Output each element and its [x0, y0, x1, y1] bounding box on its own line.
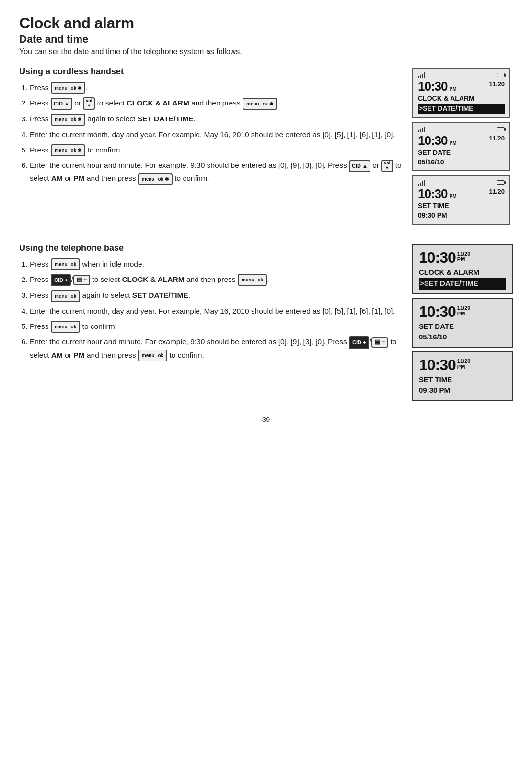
vol-button-2[interactable]: vol▼ [381, 160, 393, 172]
menu-ok-base-3[interactable]: menuok [51, 290, 80, 302]
menu-ok-button-3[interactable]: menuok ✱ [51, 114, 85, 126]
cid-plus-button[interactable]: CID + [51, 274, 71, 287]
screen3-line1: SET TIME [418, 201, 505, 211]
menu-ok-base-4[interactable]: menuok [51, 321, 80, 333]
battery-icon-2 [497, 127, 505, 131]
step-1-5: Press menuok ✱ to confirm. [30, 144, 403, 156]
screen1-date: 11/20 [489, 81, 505, 88]
screen2-ampm: PM [450, 140, 457, 146]
base-screen2-super: 11/20 PM [457, 305, 471, 316]
lcd-screen-3: 10:30 PM 11/20 SET TIME 09:30 PM [412, 175, 510, 224]
section1-screens: 10:30 PM 11/20 CLOCK & ALARM >SET DATE/T… [412, 68, 513, 225]
date-time-heading: Date and time [19, 33, 513, 46]
signal-icon-1 [418, 72, 425, 78]
menu-ok-base-1[interactable]: menuok [51, 258, 80, 270]
menu-ok-button-4[interactable]: menuok ✱ [51, 144, 85, 156]
base-screen1-super: 11/20 PM [457, 251, 471, 262]
base-screen3-time: 10:30 [419, 356, 456, 374]
battery-icon-3 [497, 180, 505, 185]
step-2-2: Press CID +/▤ − to select CLOCK & ALARM … [30, 273, 403, 286]
step-1-4: Enter the current month, day and year. F… [30, 128, 403, 141]
cid-button-2[interactable]: CID ▲ [349, 160, 370, 172]
signal-icon-3 [418, 179, 425, 186]
base-screen1-time: 10:30 [419, 249, 456, 267]
base-screen-1: 10:30 11/20 PM CLOCK & ALARM >SET DATE/T… [412, 244, 513, 294]
screen3-ampm: PM [450, 194, 457, 199]
screen1-ampm: PM [450, 86, 457, 92]
base-screen2-line1: SET DATE [419, 321, 506, 332]
screen3-time: 10:30 [418, 187, 448, 201]
menu-ok-base-5[interactable]: menuok [138, 350, 167, 361]
base-screen2-line2: 05/16/10 [419, 332, 506, 343]
base-screen-2: 10:30 11/20 PM SET DATE 05/16/10 [412, 298, 513, 348]
screen2-line2: 05/16/10 [418, 158, 505, 167]
battery-icon-1 [497, 73, 505, 77]
vol-minus-button[interactable]: ▤ − [73, 275, 90, 285]
base-screen-3: 10:30 11/20 PM SET TIME 09:30 PM [412, 351, 513, 401]
step-2-3: Press menuok again to select SET DATE/TI… [30, 289, 403, 302]
base-screen3-line1: SET TIME [419, 374, 506, 385]
section2-screens: 10:30 11/20 PM CLOCK & ALARM >SET DATE/T… [412, 244, 513, 401]
screen3-date: 11/20 [489, 188, 505, 195]
screen1-line1: CLOCK & ALARM [418, 94, 505, 104]
step-1-6: Enter the current hour and minute. For e… [30, 159, 403, 185]
step-1-2: Press CID ▲ or vol▼ to select CLOCK & AL… [30, 97, 403, 110]
screen3-line2: 09:30 PM [418, 211, 505, 221]
page-title: Clock and alarm [19, 14, 513, 32]
screen2-time: 10:30 [418, 133, 448, 148]
menu-ok-base-2[interactable]: menuok [238, 274, 267, 286]
vol-minus-button-2[interactable]: ▤ − [371, 337, 388, 348]
screen2-date: 11/20 [489, 135, 505, 142]
page-number: 39 [19, 415, 513, 423]
subtitle-desc: You can set the date and time of the tel… [19, 47, 513, 56]
step-2-6: Enter the current hour and minute. For e… [30, 336, 403, 361]
base-screen1-line1: CLOCK & ALARM [419, 267, 506, 278]
step-1-1: Press menuok ✱. [30, 82, 403, 94]
cid-plus-button-2[interactable]: CID + [349, 336, 369, 349]
menu-ok-button-2[interactable]: menuok ✱ [243, 98, 277, 110]
menu-ok-button-1[interactable]: menuok ✱ [51, 82, 85, 94]
signal-icon-2 [418, 126, 425, 132]
step-2-5: Press menuok to confirm. [30, 320, 403, 333]
base-screen2-time: 10:30 [419, 303, 456, 321]
base-screen1-line2: >SET DATE/TIME [419, 278, 506, 290]
section1-steps: Press menuok ✱. Press CID ▲ or vol▼ to s… [19, 82, 403, 185]
lcd-screen-1: 10:30 PM 11/20 CLOCK & ALARM >SET DATE/T… [412, 68, 510, 118]
section2-heading: Using the telephone base [19, 243, 403, 253]
screen1-line2: >SET DATE/TIME [418, 104, 505, 114]
screen2-line1: SET DATE [418, 148, 505, 158]
cid-button-1[interactable]: CID ▲ [51, 98, 72, 110]
vol-button-1[interactable]: vol▼ [83, 97, 95, 110]
step-1-3: Press menuok ✱ again to select SET DATE/… [30, 113, 403, 125]
section2-steps: Press menuok when in idle mode. Press CI… [19, 258, 403, 361]
section1-heading: Using a cordless handset [19, 67, 403, 77]
step-2-1: Press menuok when in idle mode. [30, 258, 403, 270]
base-screen3-line2: 09:30 PM [419, 385, 506, 396]
screen1-time: 10:30 [418, 79, 448, 94]
step-2-4: Enter the current month, day and year. F… [30, 305, 403, 317]
base-screen3-super: 11/20 PM [457, 358, 471, 370]
lcd-screen-2: 10:30 PM 11/20 SET DATE 05/16/10 [412, 122, 510, 171]
menu-ok-button-5[interactable]: menuok ✱ [138, 173, 173, 185]
